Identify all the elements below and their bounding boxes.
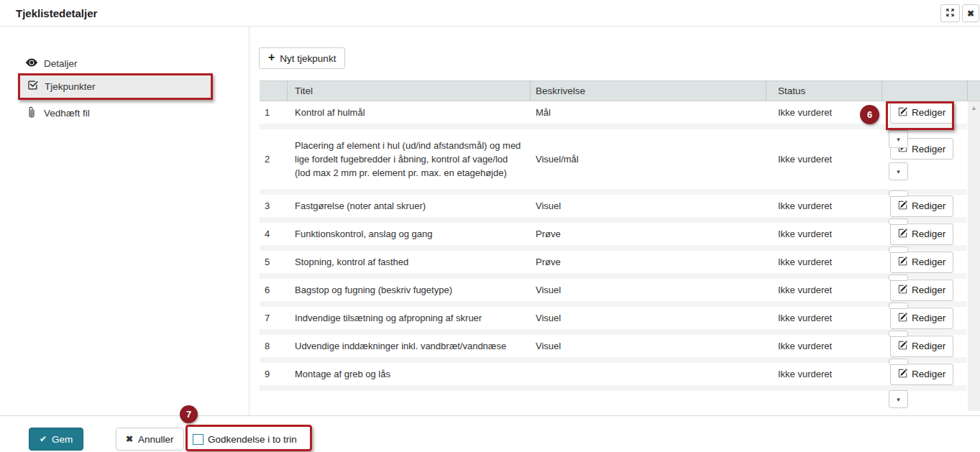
cell-status: Ikke vurderet [766, 251, 882, 273]
edit-button[interactable]: Rediger [890, 308, 953, 329]
footer-divider [0, 415, 980, 416]
table-scrollbar[interactable]: ▲ [968, 101, 980, 411]
row-separator [260, 217, 967, 223]
plus-icon: + [268, 52, 275, 63]
sidebar-item-label: Detaljer [44, 58, 78, 69]
table-row: 7Indvendige tilsætning og afpropning af … [260, 307, 967, 329]
two-step-approval-group: Godkendelse i to trin [193, 428, 297, 451]
edit-button[interactable]: Rediger [890, 280, 953, 301]
cell-beskrivelse [531, 363, 766, 385]
edit-button-label: Rediger [912, 229, 945, 239]
sidebar-item-label: Tjekpunkter [45, 81, 96, 92]
check-square-icon [27, 80, 38, 93]
cell-actions: Rediger [882, 335, 967, 357]
clipped-caret-stub [889, 359, 908, 365]
sidebar-item-detaljer[interactable]: Detaljer [26, 57, 78, 70]
edit-button[interactable]: Rediger [890, 195, 953, 217]
edit-button[interactable]: Rediger [890, 336, 953, 357]
sidebar-item-tjekpunkter[interactable]: Tjekpunkter [27, 80, 96, 93]
row-number: 4 [260, 223, 288, 245]
table-header-cap [967, 80, 980, 101]
row-separator [260, 124, 967, 129]
annotation-badge-6: 6 [860, 105, 879, 124]
x-icon: ✖ [126, 434, 133, 444]
expand-icon [945, 8, 955, 19]
cell-titel: Montage af greb og lås [288, 363, 531, 385]
checkpoint-table-body: 1Kontrol af hulmålMålIkke vurderetRedige… [260, 101, 967, 391]
two-step-approval-checkbox[interactable] [193, 434, 203, 445]
expand-button[interactable] [940, 4, 960, 22]
cell-titel: Funktionskontrol, anslag og gang [288, 223, 531, 245]
table-row: 6Bagstop og fugning (beskriv fugetype)Vi… [260, 279, 967, 301]
sidebar-item-label: Vedhæft fil [44, 108, 90, 119]
cell-beskrivelse: Prøve [531, 223, 766, 245]
row-number: 7 [260, 307, 288, 329]
clipped-caret-stub [889, 275, 908, 281]
scroll-up-icon[interactable]: ▲ [968, 101, 980, 111]
pencil-square-icon [898, 313, 907, 324]
clipped-caret-stub [889, 331, 908, 337]
cell-status: Ikke vurderet [766, 307, 882, 329]
cell-status: Ikke vurderet [766, 363, 882, 385]
row-number: 3 [260, 195, 288, 217]
clipped-caret-stub [889, 246, 908, 253]
clipped-caret-stub [889, 218, 908, 225]
pencil-square-icon [898, 200, 907, 212]
table-row: 8Udvendige inddækninger inkl. vandbræt/v… [260, 335, 967, 357]
new-checkpoint-button[interactable]: + Nyt tjekpunkt [259, 47, 345, 69]
edit-button[interactable]: Rediger [890, 364, 953, 385]
cell-actions: Rediger [882, 223, 967, 245]
row-separator [260, 357, 967, 363]
cell-titel: Bagstop og fugning (beskriv fugetype) [288, 279, 531, 301]
row-separator [260, 189, 967, 195]
eye-icon [26, 57, 37, 70]
table-row: 4Funktionskontrol, anslag og gangPrøveIk… [260, 223, 967, 245]
cell-actions: Rediger▾ [882, 101, 967, 124]
row-separator [260, 329, 967, 335]
cell-status: Ikke vurderet [766, 279, 882, 301]
cell-status: Ikke vurderet [766, 195, 882, 217]
column-header-status[interactable]: Status [766, 81, 882, 101]
row-menu-caret-button[interactable]: ▾ [889, 162, 908, 180]
sidebar-divider [249, 27, 249, 415]
dialog-titlebar: Tjeklistedetaljer ✖ [0, 0, 980, 27]
edit-button[interactable]: Rediger [890, 102, 953, 124]
annotation-badge-7: 7 [180, 405, 198, 423]
cell-titel: Kontrol af hulmål [288, 101, 531, 124]
save-button[interactable]: ✔ Gem [29, 428, 83, 451]
row-number: 5 [260, 251, 288, 273]
edit-button-label: Rediger [912, 285, 945, 295]
cell-status: Ikke vurderet [766, 335, 882, 357]
row-separator [260, 301, 967, 307]
pencil-square-icon [898, 229, 907, 240]
table-row: 5Stopning, kontrol af fasthedPrøveIkke v… [260, 251, 967, 273]
cell-beskrivelse: Visuel/mål [531, 129, 766, 189]
edit-button-label: Rediger [912, 341, 945, 351]
column-header-titel[interactable]: Titel [288, 81, 531, 101]
pencil-square-icon [898, 341, 907, 352]
sidebar-item-vedhaeft-fil[interactable]: Vedhæft fil [26, 106, 90, 120]
chevron-down-icon: ▾ [897, 168, 900, 175]
two-step-approval-label[interactable]: Godkendelse i to trin [208, 434, 297, 445]
column-header-beskrivelse[interactable]: Beskrivelse [531, 81, 766, 101]
cancel-button[interactable]: ✖ Annuller [116, 428, 184, 451]
chevron-down-icon: ▾ [897, 136, 900, 143]
row-separator [260, 273, 967, 279]
cell-titel: Indvendige tilsætning og afpropning af s… [288, 307, 531, 329]
cell-actions: Rediger▾ [882, 363, 967, 385]
edit-button[interactable]: Rediger [890, 252, 953, 273]
row-menu-caret-button[interactable]: ▾ [889, 130, 908, 148]
row-number: 1 [260, 101, 288, 124]
pencil-square-icon [898, 257, 907, 268]
cell-status: Ikke vurderet [766, 223, 882, 245]
close-icon: ✖ [967, 9, 974, 19]
cell-beskrivelse: Mål [531, 101, 766, 124]
close-button[interactable]: ✖ [962, 4, 979, 22]
column-header-num [260, 81, 288, 101]
cell-status: Ikke vurderet [766, 129, 882, 189]
edit-button[interactable]: Rediger [890, 223, 953, 245]
chevron-down-icon: ▾ [897, 396, 900, 403]
pencil-square-icon [898, 369, 907, 380]
cell-actions: Rediger [882, 279, 967, 301]
row-menu-caret-button[interactable]: ▾ [889, 390, 908, 408]
